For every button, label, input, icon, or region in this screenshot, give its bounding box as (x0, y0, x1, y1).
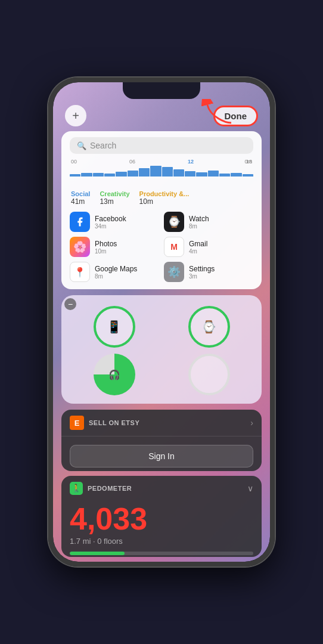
facebook-name: Facebook (95, 215, 126, 223)
red-arrow-icon (201, 99, 237, 129)
phone-frame: + Done 🔍 Search (48, 78, 275, 566)
step-count: 4,033 (70, 503, 253, 534)
arrow-annotation (201, 99, 237, 131)
pedometer-icon-char: 🚶 (72, 484, 81, 493)
step-details: 1.7 mi · 0 floors (70, 537, 253, 546)
usage-chart: 00 06 12 18 (70, 159, 253, 185)
bar-16 (243, 174, 253, 177)
etsy-widget: E SELL ON ETSY › Sign In (61, 410, 262, 471)
category-creativity-name: Creativity (100, 190, 129, 197)
googlemaps-time: 8m (95, 273, 137, 280)
category-creativity: Creativity 13m (100, 190, 129, 206)
chart-label-12: 12 (188, 159, 194, 165)
bar-3 (93, 173, 104, 177)
category-productivity-time: 10m (139, 197, 190, 206)
settings-icon: ⚙️ (164, 262, 184, 282)
bar-11 (185, 171, 195, 177)
photos-icon: 🌸 (70, 237, 90, 257)
bar-4 (104, 174, 115, 177)
app-list: Facebook 34m ⌚ Watch 8m (70, 212, 253, 282)
gmail-time: 4m (189, 248, 207, 255)
etsy-logo: E (70, 416, 84, 430)
device-widget: − 📱 ⌚ 🎧 (61, 295, 262, 404)
pedometer-header: 🚶 PEDOMETER ∨ (61, 476, 262, 501)
watch-time: 8m (189, 223, 209, 230)
chart-label-06: 06 (129, 159, 135, 165)
bar-7 (139, 168, 150, 177)
pedometer-chevron-icon: ∨ (247, 484, 253, 493)
iphone-icon: 📱 (107, 320, 122, 334)
app-item-photos[interactable]: 🌸 Photos 10m (70, 237, 159, 257)
photos-name: Photos (95, 240, 117, 248)
etsy-chevron-icon: › (250, 418, 253, 428)
airpods-icon: 🎧 (108, 370, 120, 380)
etsy-left: E SELL ON ETSY (70, 416, 139, 430)
etsy-header: E SELL ON ETSY › (61, 410, 262, 436)
category-creativity-time: 13m (100, 197, 129, 206)
bar-12 (196, 172, 207, 177)
category-row: Social 41m Creativity 13m Productivity &… (70, 190, 253, 206)
add-widget-button[interactable]: + (65, 105, 86, 126)
chart-labels: 00 06 12 18 (70, 159, 253, 165)
iphone-circle: 📱 (94, 306, 135, 348)
bar-10 (173, 169, 184, 177)
pedometer-widget: 🚶 PEDOMETER ∨ 4,033 1.7 mi · 0 floors (61, 476, 262, 557)
photos-info: Photos 10m (95, 240, 117, 255)
volume-up-button (48, 187, 49, 222)
app-item-facebook[interactable]: Facebook 34m (70, 212, 159, 232)
category-productivity-name: Productivity &... (139, 190, 190, 197)
pedometer-icon: 🚶 (70, 482, 83, 495)
googlemaps-info: Google Maps 8m (95, 265, 137, 280)
search-icon: 🔍 (77, 141, 86, 150)
gmail-info: Gmail 4m (189, 240, 207, 255)
chart-label-00: 00 (71, 159, 77, 165)
gmail-icon: M (164, 237, 184, 257)
remove-widget-button[interactable]: − (64, 298, 76, 310)
category-productivity: Productivity &... 10m (139, 190, 190, 206)
settings-time: 3m (189, 273, 215, 280)
googlemaps-icon: 📍 (70, 262, 90, 282)
notch (123, 82, 200, 99)
bar-15 (231, 173, 241, 177)
volume-down-button (48, 228, 49, 264)
watch-circle: ⌚ (188, 306, 230, 348)
category-social-name: Social (71, 190, 90, 197)
googlemaps-name: Google Maps (95, 265, 137, 273)
chart-right-label: 0m (244, 159, 252, 165)
step-progress-fill (70, 552, 125, 555)
screen-time-widget: 🔍 Search 00 06 12 18 (61, 131, 262, 289)
empty-circle (188, 354, 230, 395)
facebook-info: Facebook 34m (95, 215, 126, 230)
chart-bars (70, 166, 253, 177)
app-item-gmail[interactable]: M Gmail 4m (164, 237, 253, 257)
search-bar[interactable]: 🔍 Search (70, 137, 253, 154)
sign-in-button[interactable]: Sign In (70, 445, 253, 467)
category-social-time: 41m (71, 197, 90, 206)
bar-2 (81, 173, 92, 177)
airpods-circle: 🎧 (94, 354, 135, 395)
pedometer-body: 4,033 1.7 mi · 0 floors (61, 501, 262, 557)
bar-14 (219, 174, 230, 177)
bar-5 (116, 172, 126, 177)
device-grid: 📱 ⌚ 🎧 (67, 301, 256, 398)
app-item-settings[interactable]: ⚙️ Settings 3m (164, 262, 253, 282)
app-item-googlemaps[interactable]: 📍 Google Maps 8m (70, 262, 159, 282)
app-item-watch[interactable]: ⌚ Watch 8m (164, 212, 253, 232)
category-social: Social 41m (71, 190, 90, 206)
search-placeholder-text: Search (90, 141, 116, 150)
bar-1 (70, 174, 80, 177)
watch-name: Watch (189, 215, 209, 223)
etsy-body: Sign In (61, 436, 262, 471)
watch-device-icon: ⌚ (201, 320, 216, 334)
photos-time: 10m (95, 248, 117, 255)
settings-name: Settings (189, 265, 215, 273)
bar-9 (162, 167, 173, 177)
etsy-title: SELL ON ETSY (89, 419, 139, 426)
facebook-time: 34m (95, 223, 126, 230)
pedometer-title: PEDOMETER (88, 485, 132, 492)
bar-8 (150, 166, 161, 177)
facebook-icon (70, 212, 90, 232)
settings-info: Settings 3m (189, 265, 215, 280)
watch-info: Watch 8m (189, 215, 209, 230)
pedometer-left: 🚶 PEDOMETER (70, 482, 132, 495)
